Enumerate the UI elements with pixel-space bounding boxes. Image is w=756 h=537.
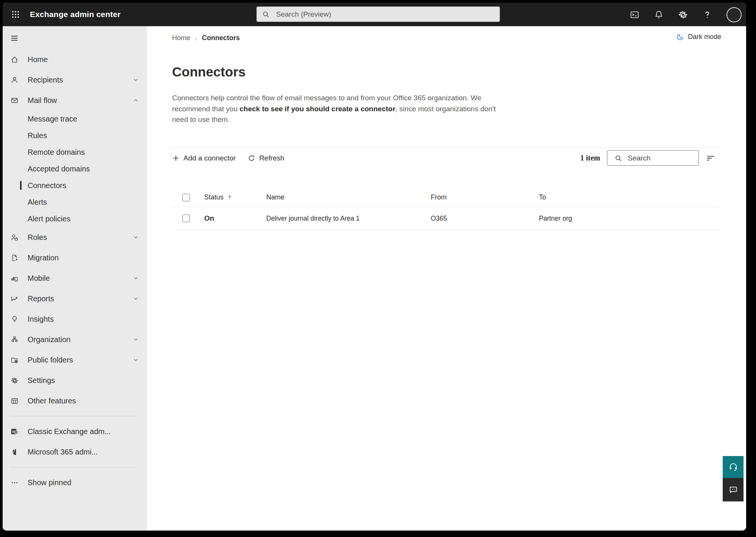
add-connector-label: Add a connector	[183, 154, 236, 162]
refresh-button[interactable]: Refresh	[248, 154, 284, 162]
sidebar-item-microsoft-365-admi[interactable]: Microsoft 365 admi...	[3, 442, 147, 462]
table-body: OnDeliver journal directly to Area 1O365…	[172, 207, 719, 230]
terminal-icon	[630, 10, 640, 20]
sidebar-item-label: Accepted domains	[28, 165, 90, 173]
bell-button[interactable]	[654, 10, 664, 20]
chevron-down-icon	[133, 336, 139, 342]
bell-icon	[654, 10, 664, 20]
sidebar-item-roles[interactable]: Roles	[3, 227, 147, 247]
sidebar-item-alert-policies[interactable]: Alert policies	[3, 210, 147, 227]
sidebar-item-show-pinned[interactable]: Show pinned	[3, 472, 147, 493]
dark-mode-toggle[interactable]: Dark mode	[676, 33, 721, 41]
sidebar-item-label: Alert policies	[28, 215, 70, 223]
sidebar-item-organization[interactable]: Organization	[3, 329, 147, 350]
app-launcher-button[interactable]	[7, 6, 24, 23]
plus-icon	[172, 154, 180, 162]
microsoft-365-icon	[11, 448, 19, 456]
sidebar-item-label: Recipients	[28, 76, 63, 84]
cell-to: Partner org	[539, 215, 719, 223]
roles-icon	[11, 233, 19, 241]
sidebar-item-recipients[interactable]: Recipients	[3, 70, 147, 90]
sidebar-item-message-trace[interactable]: Message trace	[3, 111, 147, 127]
column-header-name[interactable]: Name	[266, 193, 431, 201]
collapse-nav-button[interactable]	[10, 33, 22, 43]
help-button[interactable]	[702, 10, 712, 20]
sidebar-item-label: Insights	[28, 315, 54, 324]
sidebar-item-label: Microsoft 365 admi...	[28, 448, 98, 456]
chevron-down-icon	[133, 357, 139, 363]
sidebar-item-mobile[interactable]: Mobile	[3, 268, 147, 288]
global-search-box[interactable]	[256, 6, 500, 22]
column-header-status[interactable]: Status	[204, 193, 266, 201]
sidebar-item-label: Reports	[28, 294, 54, 303]
topbar-actions	[630, 3, 742, 26]
dark-mode-label: Dark mode	[688, 33, 721, 41]
main-panel: Dark mode HomeConnectors Connectors Conn…	[147, 26, 746, 530]
gear-button[interactable]	[678, 10, 688, 20]
headset-icon	[728, 462, 738, 472]
header-checkbox-cell	[172, 194, 204, 201]
floating-buttons	[723, 456, 744, 501]
page-title: Connectors	[172, 64, 719, 80]
exchange-admin-center-window: Exchange admin center HomeRecipientsMail…	[3, 3, 746, 531]
sidebar-item-home[interactable]: Home	[3, 49, 147, 70]
public-folders-icon	[11, 356, 19, 364]
sidebar-item-connectors[interactable]: Connectors	[3, 177, 147, 194]
more-icon	[11, 479, 19, 487]
sidebar-item-public-folders[interactable]: Public folders	[3, 350, 147, 370]
sidebar-item-rules[interactable]: Rules	[3, 127, 147, 144]
toolbar-right: 1 item	[580, 150, 719, 166]
filter-button[interactable]	[706, 153, 719, 164]
search-icon	[262, 11, 270, 18]
chevron-right-icon	[194, 36, 199, 40]
chat-button[interactable]	[723, 478, 744, 501]
sidebar-item-label: Remote domains	[28, 148, 85, 157]
waffle-icon	[11, 10, 20, 19]
column-header-from[interactable]: From	[431, 193, 539, 201]
home-icon	[11, 56, 19, 64]
terminal-button[interactable]	[630, 10, 640, 20]
hamburger-icon	[10, 34, 19, 42]
row-checkbox-cell	[172, 215, 204, 222]
cell-name: Deliver journal directly to Area 1	[266, 215, 431, 223]
global-search-input[interactable]	[275, 10, 494, 19]
sidebar-item-label: Mobile	[28, 274, 50, 283]
sidebar-item-label: Connectors	[28, 181, 66, 190]
page-description: Connectors help control the flow of emai…	[172, 93, 497, 125]
chevron-down-icon	[133, 77, 139, 83]
sidebar-item-insights[interactable]: Insights	[3, 309, 147, 329]
sidebar-item-mail-flow[interactable]: Mail flow	[3, 90, 147, 111]
description-emphasis: check to see if you should create a conn…	[239, 105, 395, 113]
sidebar-item-classic-exchange-adm[interactable]: EClassic Exchange adm...	[3, 421, 147, 442]
sidebar-item-alerts[interactable]: Alerts	[3, 194, 147, 210]
gear-icon	[678, 10, 688, 20]
help-icon	[702, 10, 712, 20]
refresh-icon	[248, 154, 255, 162]
column-header-to[interactable]: To	[539, 193, 719, 201]
sidebar-item-settings[interactable]: Settings	[3, 370, 147, 391]
insights-icon	[11, 315, 19, 323]
avatar[interactable]	[727, 7, 742, 22]
classic-exchange-icon: E	[11, 428, 19, 436]
sidebar-divider	[10, 467, 137, 467]
table-search-box[interactable]	[607, 150, 699, 166]
sidebar-item-label: Message trace	[28, 115, 77, 123]
headset-button[interactable]	[723, 456, 744, 478]
table-row[interactable]: OnDeliver journal directly to Area 1O365…	[172, 207, 719, 230]
reports-icon	[11, 295, 19, 303]
sidebar-item-other-features[interactable]: Other features	[3, 391, 147, 411]
select-all-checkbox[interactable]	[182, 194, 190, 201]
connectors-table: StatusNameFromTo OnDeliver journal direc…	[172, 188, 719, 230]
add-connector-button[interactable]: Add a connector	[172, 154, 236, 162]
sidebar-item-label: Rules	[28, 131, 47, 140]
sidebar-item-migration[interactable]: Migration	[3, 247, 147, 268]
cell-status: On	[204, 214, 266, 223]
table-search-input[interactable]	[627, 154, 695, 163]
breadcrumb-item-home[interactable]: Home	[172, 34, 190, 42]
sidebar-item-accepted-domains[interactable]: Accepted domains	[3, 160, 147, 177]
topbar: Exchange admin center	[3, 3, 746, 26]
sidebar-item-label: Alerts	[28, 198, 47, 207]
sidebar-item-remote-domains[interactable]: Remote domains	[3, 144, 147, 160]
row-checkbox[interactable]	[182, 215, 190, 222]
sidebar-item-reports[interactable]: Reports	[3, 288, 147, 309]
